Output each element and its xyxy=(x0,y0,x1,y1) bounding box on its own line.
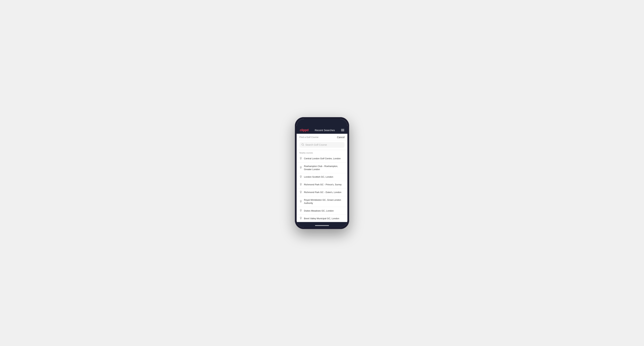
list-item[interactable]: Brent Valley Municipal GC, London xyxy=(296,214,348,221)
list-item[interactable]: Central London Golf Centre, London xyxy=(296,155,348,163)
course-name: Dukes Meadows GC, London xyxy=(304,209,334,212)
course-name: Richmond Park GC - Duke's, London xyxy=(304,191,341,194)
cancel-button[interactable]: Cancel xyxy=(337,136,344,139)
home-bar xyxy=(315,225,329,226)
menu-line-3 xyxy=(341,131,344,131)
course-name: Central London Golf Centre, London xyxy=(304,157,341,160)
main-content: Find a Golf Course Cancel xyxy=(296,134,348,222)
phone-screen: clippd Recent Searches Find a Golf Cours… xyxy=(296,119,348,227)
phone-device: clippd Recent Searches Find a Golf Cours… xyxy=(295,117,349,229)
search-container xyxy=(296,141,348,150)
course-name: Roehampton Club - Roehampton, Greater Lo… xyxy=(304,165,344,171)
list-item[interactable]: Richmond Park GC - Prince's, Surrey xyxy=(296,181,348,188)
nav-title: Recent Searches xyxy=(315,129,335,132)
list-item[interactable]: Royal Wimbledon GC, Great London Authori… xyxy=(296,196,348,207)
course-name: Royal Wimbledon GC, Great London Authori… xyxy=(304,198,344,205)
home-indicator xyxy=(296,222,348,227)
course-name: London Scottish GC, London xyxy=(304,175,333,178)
pin-icon xyxy=(300,191,302,194)
list-item[interactable]: Richmond Park GC - Duke's, London xyxy=(296,188,348,196)
menu-line-2 xyxy=(341,130,344,130)
search-icon xyxy=(302,143,304,146)
status-bar xyxy=(296,119,348,127)
find-header: Find a Golf Course Cancel xyxy=(296,134,348,141)
nav-bar: clippd Recent Searches xyxy=(296,127,348,134)
nearby-label: Nearby courses xyxy=(296,150,348,155)
pin-icon xyxy=(300,183,302,186)
menu-icon[interactable] xyxy=(341,129,344,131)
pin-icon xyxy=(300,200,302,203)
course-name: Richmond Park GC - Prince's, Surrey xyxy=(304,183,342,186)
list-item[interactable]: Roehampton Club - Roehampton, Greater Lo… xyxy=(296,163,348,173)
menu-line-1 xyxy=(341,129,344,129)
pin-icon xyxy=(300,175,302,179)
pin-icon xyxy=(300,217,302,220)
app-logo: clippd xyxy=(300,128,308,132)
find-label: Find a Golf Course xyxy=(300,136,318,139)
pin-icon xyxy=(300,166,302,170)
pin-icon xyxy=(300,157,302,160)
list-item[interactable]: London Scottish GC, London xyxy=(296,173,348,181)
nearby-section: Nearby courses Central London Golf Centr… xyxy=(296,150,348,221)
list-item[interactable]: Dukes Meadows GC, London xyxy=(296,207,348,214)
courses-list: Central London Golf Centre, London Roeha… xyxy=(296,155,348,221)
pin-icon xyxy=(300,209,302,212)
course-name: Brent Valley Municipal GC, London xyxy=(304,217,339,220)
search-input[interactable] xyxy=(305,143,342,146)
search-input-wrap[interactable] xyxy=(300,142,344,148)
svg-line-1 xyxy=(303,145,304,146)
